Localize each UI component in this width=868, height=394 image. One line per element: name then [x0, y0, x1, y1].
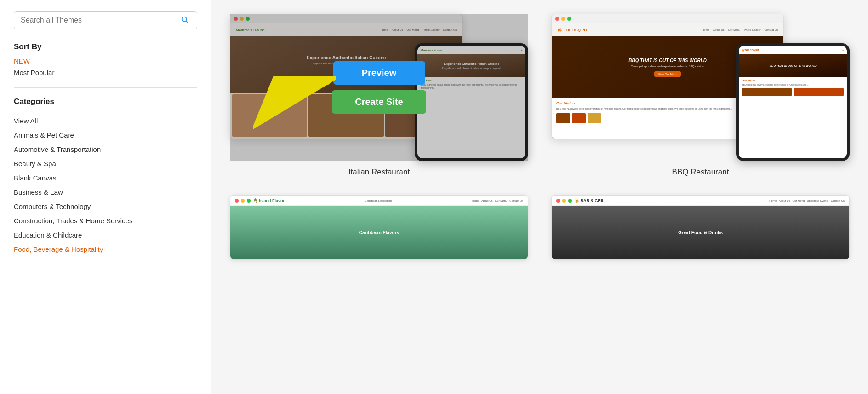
- search-icon: [180, 15, 190, 25]
- bbq-hero-btn: View Our Menu: [654, 71, 680, 77]
- sidebar: Sort By NEW Most Popular Categories View…: [0, 0, 211, 394]
- bgrill-preview[interactable]: 🍺 BAR & GRILL Home About Us Our Menu Upc…: [551, 195, 850, 260]
- italian-theme-name: Italian Restaurant: [348, 168, 410, 177]
- island-logo: 🌴 Island Flavor: [253, 198, 285, 203]
- preview-button-italian[interactable]: Preview: [333, 61, 425, 85]
- sidebar-item-education[interactable]: Education & Childcare: [14, 228, 197, 242]
- sidebar-item-construction[interactable]: Construction, Trades & Home Services: [14, 214, 197, 228]
- main-content: Mamma's House Home About Us Our Menu Pho…: [211, 0, 868, 394]
- sort-new-button[interactable]: NEW: [14, 57, 197, 65]
- bbq-theme-name: BBQ Restaurant: [672, 168, 729, 177]
- dot-yellow: [561, 17, 565, 21]
- theme-card-italian: Mamma's House Home About Us Our Menu Pho…: [230, 14, 528, 177]
- bgrill-hero: Great Food & Drinks: [552, 206, 849, 259]
- themes-grid: Mamma's House Home About Us Our Menu Pho…: [230, 14, 850, 260]
- bbq-top-bar: [552, 14, 783, 23]
- theme-card-bbq: 🔥 THE BBQ PIT Home About Us Our Menu Pho…: [551, 14, 850, 177]
- dot-red: [556, 199, 560, 203]
- island-nav: 🌴 Island Flavor Caribbean Restaurant Hom…: [230, 196, 528, 206]
- sidebar-item-view-all[interactable]: View All: [14, 114, 197, 128]
- sort-popular-button[interactable]: Most Popular: [14, 69, 197, 76]
- bbq-mobile-screen: 🔥 THE BBQ PIT ☰ BBQ That is Out of This …: [739, 46, 847, 158]
- bgrill-logo: 🍺 BAR & GRILL: [574, 198, 607, 203]
- sidebar-item-computers[interactable]: Computers & Technology: [14, 199, 197, 214]
- bbq-nav-logo: 🔥 THE BBQ PIT: [557, 28, 588, 32]
- sort-by-title: Sort By: [14, 42, 197, 52]
- bgrill-nav: 🍺 BAR & GRILL Home About Us Our Menu Upc…: [552, 196, 849, 206]
- island-content: 🌴 Island Flavor Caribbean Restaurant Hom…: [230, 196, 528, 259]
- sidebar-item-blank-canvas[interactable]: Blank Canvas: [14, 171, 197, 185]
- divider: [14, 87, 197, 88]
- create-site-button-italian[interactable]: Create Site: [332, 90, 426, 114]
- sidebar-item-business[interactable]: Business & Law: [14, 185, 197, 199]
- bgrill-content: 🍺 BAR & GRILL Home About Us Our Menu Upc…: [552, 196, 849, 259]
- bbq-preview-wrapper[interactable]: 🔥 THE BBQ PIT Home About Us Our Menu Pho…: [551, 14, 850, 161]
- search-button[interactable]: [180, 15, 190, 25]
- dot-green: [568, 199, 572, 203]
- sort-by-section: Sort By NEW Most Popular: [14, 42, 197, 76]
- sidebar-item-food[interactable]: Food, Beverage & Hospitality: [14, 242, 197, 256]
- dot-yellow: [241, 199, 245, 203]
- dot-yellow: [562, 199, 566, 203]
- sidebar-item-beauty[interactable]: Beauty & Spa: [14, 156, 197, 171]
- dot-red: [235, 199, 239, 203]
- bbq-hero-title: BBQ That is Out of This World: [628, 58, 707, 63]
- search-box[interactable]: [14, 11, 197, 29]
- dot-green: [247, 199, 251, 203]
- bbq-mobile-hero: BBQ That is Out of This World: [739, 54, 847, 77]
- bbq-mobile-mockup: 🔥 THE BBQ PIT ☰ BBQ That is Out of This …: [736, 43, 850, 161]
- bbq-mobile-nav: 🔥 THE BBQ PIT ☰: [739, 46, 847, 54]
- bbq-nav: 🔥 THE BBQ PIT Home About Us Our Menu Pho…: [552, 23, 783, 36]
- theme-card-island: 🌴 Island Flavor Caribbean Restaurant Hom…: [230, 195, 528, 260]
- theme-card-bgrill: 🍺 BAR & GRILL Home About Us Our Menu Upc…: [551, 195, 850, 260]
- search-input[interactable]: [21, 16, 180, 24]
- categories-title: Categories: [14, 97, 197, 106]
- dot-red: [555, 17, 559, 21]
- sidebar-item-animals[interactable]: Animals & Pet Care: [14, 128, 197, 142]
- bbq-hero-sub: Come pull up a chair and experience auth…: [631, 65, 704, 68]
- italian-preview-wrapper[interactable]: Mamma's House Home About Us Our Menu Pho…: [230, 14, 528, 161]
- island-preview[interactable]: 🌴 Island Flavor Caribbean Restaurant Hom…: [230, 195, 528, 260]
- dot-green: [567, 17, 571, 21]
- sidebar-item-automotive[interactable]: Automotive & Transportation: [14, 142, 197, 156]
- island-hero: Caribbean Flavors: [230, 206, 528, 259]
- italian-hover-overlay: Preview Create Site: [230, 14, 528, 161]
- bbq-mobile-body: Our Vision BBQ food has always been the …: [739, 77, 847, 158]
- categories-section: Categories View All Animals & Pet Care A…: [14, 97, 197, 256]
